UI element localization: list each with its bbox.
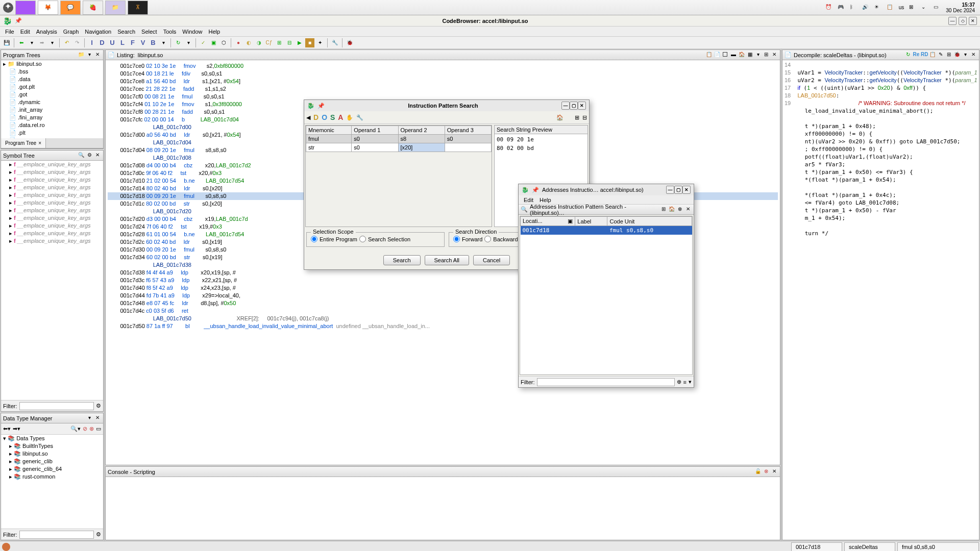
li-close[interactable]: ✕ [771,52,778,59]
li-i5[interactable]: 🏠 [738,52,745,59]
dc-i5[interactable]: ✎ [937,52,944,59]
cf-icon[interactable]: Cƒ [264,38,274,47]
redo-icon[interactable]: ↷ [72,38,82,47]
res-pin[interactable]: 📌 [532,187,539,193]
li-i2[interactable]: 📄 [714,52,721,59]
pt-item[interactable]: 📄 .got.plt [1,83,103,91]
brightness-icon[interactable]: ☀ [874,4,881,11]
st-filter-input[interactable] [19,402,94,410]
volume-icon[interactable]: 🔊 [862,4,869,11]
pt-close[interactable]: ✕ [94,52,101,59]
dtm-fwd[interactable]: ➡▾ [13,425,20,432]
st-icon1[interactable]: 🔍 [78,152,85,159]
dtm-back[interactable]: ⬅▾ [3,425,11,432]
dtm-item[interactable]: ▸ 📚 BuiltInTypes [1,442,103,450]
pt-item[interactable]: 📄 .bss [1,68,103,76]
dtm-filter-input[interactable] [19,531,94,539]
maximize-button[interactable]: ◇ [959,17,967,25]
st-icon2[interactable]: ⚙ [86,152,93,159]
pt-item[interactable]: 📄 .dynamic [1,98,103,106]
tb-letter-U[interactable]: U [108,38,117,47]
undo-icon[interactable]: ↶ [62,38,71,47]
dc-i1[interactable]: ↻ [904,52,912,59]
dlg-back[interactable]: ◀ [306,114,310,121]
grid-icon[interactable]: ⊞ [275,38,284,47]
box-icon[interactable]: ▣ [209,38,218,47]
st-item[interactable]: ▸ f __emplace_unique_key_args [1,222,103,230]
res-col-code[interactable]: Code Unit [607,217,692,226]
tb-letter-V[interactable]: V [138,38,148,47]
menu-window[interactable]: Window [179,29,205,35]
dtm-item[interactable]: ▸ 📚 rust-common [1,473,103,481]
dropdown-icon[interactable]: ▾ [159,38,168,47]
mode-O[interactable]: O [322,113,327,121]
tb-letter-L[interactable]: L [118,38,127,47]
results-table[interactable]: Locati... ▣ Label Code Unit 001c7d18 fmu… [520,216,692,235]
network-icon[interactable]: ⊠ [909,4,916,11]
dtm-close[interactable]: ✕ [94,415,101,422]
dtm-item[interactable]: ▸ 📚 libinput.so [1,450,103,458]
st-item[interactable]: ▸ f __emplace_unique_key_args [1,176,103,184]
pt-item[interactable]: 📄 .init_array [1,106,103,114]
task-item-1[interactable] [15,1,36,15]
search-all-button[interactable]: Search All [425,255,470,265]
con-close[interactable]: ✕ [771,468,778,475]
pt-item[interactable]: 📄 .fini_array [1,114,103,121]
st-item[interactable]: ▸ f __emplace_unique_key_args [1,191,103,199]
dtm-filter-icon[interactable]: ⚙ [96,531,101,538]
play-icon[interactable]: ▶ [295,38,304,47]
pt-item[interactable]: 📄 .data.rel.ro [1,121,103,129]
dtm-item[interactable]: ▸ 📚 generic_clib [1,458,103,465]
st-item[interactable]: ▸ f __emplace_unique_key_args [1,207,103,214]
menu-tools[interactable]: Tools [160,29,180,35]
cycle2-icon[interactable]: ▾ [184,38,193,47]
st-item[interactable]: ▸ f __emplace_unique_key_args [1,230,103,237]
res-filter-i2[interactable]: ≡ [683,379,687,385]
st-item[interactable]: ▸ f __emplace_unique_key_args [1,161,103,168]
menu-help[interactable]: Help [205,29,223,35]
dtm-i2[interactable]: ⊘ [83,425,87,432]
menu-file[interactable]: File [2,29,17,35]
dlg-hand-icon[interactable]: ✋ [346,114,353,121]
bug-icon[interactable]: 🐞 [345,38,354,47]
green-icon[interactable]: ◑ [254,38,263,47]
menu-navigation[interactable]: Navigation [82,29,114,35]
menu-graph[interactable]: Graph [60,29,82,35]
save-icon[interactable]: 💾 [2,38,11,47]
app-launcher-icon[interactable]: ✦ [3,3,13,13]
pt-icon1[interactable]: 📁 [78,52,85,59]
close-button[interactable]: ✕ [969,17,977,25]
tb-letter-B[interactable]: B [149,38,158,47]
st-item[interactable]: ▸ f __emplace_unique_key_args [1,237,103,245]
dtm-i1[interactable]: 🔍▾ [70,425,81,432]
res-col-location[interactable]: Locati... ▣ [521,217,575,226]
radio-search-selection[interactable] [359,236,366,242]
graph-icon[interactable]: ⬡ [219,38,228,47]
menu-select[interactable]: Select [138,29,160,35]
res-close[interactable]: ✕ [682,186,691,194]
res-col-label[interactable]: Label [575,217,607,226]
radio-backward[interactable] [484,236,491,242]
res-max[interactable]: ▢ [674,186,682,194]
cycle-icon[interactable]: ↻ [174,38,183,47]
task-item-files[interactable]: 📁 [105,1,126,15]
li-i4[interactable]: ▬ [730,52,737,59]
task-item-discord[interactable]: 💬 [60,1,81,15]
sparkle-icon[interactable]: ✦ [315,38,325,47]
dlg-wrench-icon[interactable]: 🔧 [356,114,363,121]
alarm-icon[interactable]: ⏰ [825,4,832,11]
dlg-grid1-icon[interactable]: ⊞ [575,114,579,121]
st-item[interactable]: ▸ f __emplace_unique_key_args [1,168,103,176]
res-pi-close[interactable]: ✕ [684,206,692,213]
clipboard-icon[interactable]: 📋 [887,4,894,11]
pt-icon2[interactable]: ▾ [86,52,93,59]
pt-item[interactable]: 📄 .data [1,76,103,83]
col-op2[interactable]: Operand 2 [398,126,445,135]
task-item-firefox[interactable]: 🦊 [38,1,58,15]
console-body[interactable] [106,477,780,540]
tb-letter-I[interactable]: I [87,38,96,47]
dlg-min[interactable]: — [561,102,570,110]
menu-edit[interactable]: Edit [17,29,33,35]
dc-i6[interactable]: ⊞ [945,52,952,59]
li-i3[interactable]: 🞎 [722,52,729,59]
